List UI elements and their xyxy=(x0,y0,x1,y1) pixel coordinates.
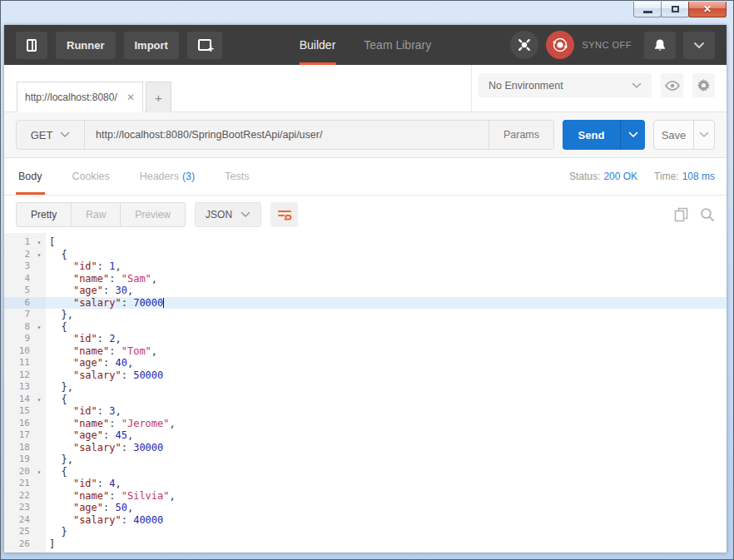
sync-button[interactable] xyxy=(546,31,574,59)
fold-arrow-icon[interactable]: ▾ xyxy=(32,466,46,478)
send-button[interactable]: Send xyxy=(563,120,620,150)
fold-gutter xyxy=(32,514,46,527)
fold-gutter xyxy=(32,357,46,369)
code-text: "name": "Sam", xyxy=(46,273,727,285)
tab-team-library[interactable]: Team Library xyxy=(364,25,431,65)
gear-icon xyxy=(697,78,711,92)
code-line: 1▾[ xyxy=(4,236,727,249)
code-line: 19 }, xyxy=(4,453,727,466)
fold-arrow-icon[interactable]: ▾ xyxy=(32,394,46,406)
view-pretty-button[interactable]: Pretty xyxy=(17,203,72,226)
code-line: 23 "age": 50, xyxy=(4,502,727,514)
request-tabbar: http://localhost:8080/ ✕ + No Environmen… xyxy=(4,65,727,112)
close-button[interactable]: ✕ xyxy=(688,2,727,17)
code-text: "age": 50, xyxy=(46,502,727,514)
sidebar-toggle-button[interactable] xyxy=(16,32,47,59)
code-text: "id": 4, xyxy=(46,478,727,490)
copy-icon[interactable] xyxy=(674,207,688,222)
line-number: 4 xyxy=(4,273,32,285)
save-button[interactable]: Save xyxy=(654,121,693,149)
line-number: 17 xyxy=(4,429,32,442)
send-options-button[interactable] xyxy=(620,120,645,150)
status-value: 200 OK xyxy=(603,171,637,182)
fold-arrow-icon[interactable]: ▾ xyxy=(32,236,46,249)
code-text: "salary": 50000 xyxy=(46,369,727,382)
line-number: 10 xyxy=(4,345,32,358)
minimize-icon xyxy=(643,11,652,13)
fold-arrow-icon[interactable]: ▾ xyxy=(32,321,46,334)
send-button-group: Send xyxy=(563,120,645,150)
code-line: 5 "age": 30, xyxy=(4,285,727,297)
code-line: 24 "salary": 40000 xyxy=(4,514,727,527)
view-preview-button[interactable]: Preview xyxy=(121,203,185,226)
request-tab[interactable]: http://localhost:8080/ ✕ xyxy=(17,82,143,112)
code-text: "salary": 40000 xyxy=(46,514,727,527)
code-line: 14▾ { xyxy=(4,394,727,406)
code-line: 7 }, xyxy=(4,309,727,321)
fold-gutter xyxy=(32,453,46,466)
code-text: { xyxy=(46,394,727,406)
request-tab-title: http://localhost:8080/ xyxy=(25,92,117,103)
minimize-button[interactable] xyxy=(633,2,662,17)
close-tab-icon[interactable]: ✕ xyxy=(126,92,135,103)
save-button-group: Save xyxy=(653,120,715,150)
code-text: "salary": 70000 xyxy=(46,297,727,310)
wrap-text-button[interactable] xyxy=(270,202,298,227)
interceptor-button[interactable] xyxy=(510,31,538,59)
fold-gutter xyxy=(32,526,46,538)
import-button[interactable]: Import xyxy=(124,32,179,59)
interceptor-icon xyxy=(516,37,533,53)
environment-value: No Environment xyxy=(489,80,563,92)
app-surface: Runner Import Builder Team Library xyxy=(4,25,727,553)
fold-arrow-icon[interactable]: ▾ xyxy=(32,249,46,261)
line-number: 13 xyxy=(4,381,32,394)
code-line: 16 "name": "Jerome", xyxy=(4,418,727,430)
code-text: "age": 45, xyxy=(46,429,727,442)
line-number: 21 xyxy=(4,478,32,490)
runner-button[interactable]: Runner xyxy=(56,32,116,59)
fold-gutter xyxy=(32,345,46,358)
method-select[interactable]: GET xyxy=(17,121,85,149)
view-raw-button[interactable]: Raw xyxy=(72,203,121,226)
language-select[interactable]: JSON xyxy=(195,202,261,227)
save-options-button[interactable] xyxy=(693,121,714,149)
maximize-icon xyxy=(672,6,679,12)
line-number: 23 xyxy=(4,502,32,514)
tab-cookies[interactable]: Cookies xyxy=(70,158,112,195)
code-line: 10 "name": "Tom", xyxy=(4,345,727,358)
environment-select[interactable]: No Environment xyxy=(479,73,652,97)
code-text: }, xyxy=(46,381,727,394)
code-text: "id": 3, xyxy=(46,405,727,418)
toolbar-more-button[interactable] xyxy=(683,32,715,59)
tab-body[interactable]: Body xyxy=(16,158,45,195)
params-button[interactable]: Params xyxy=(489,121,553,149)
tab-builder[interactable]: Builder xyxy=(300,25,336,65)
time-label: Time: xyxy=(654,171,679,182)
method-value: GET xyxy=(31,129,53,141)
response-body-editor[interactable]: 1▾[2▾ {3 "id": 1,4 "name": "Sam",5 "age"… xyxy=(4,233,727,553)
language-value: JSON xyxy=(206,209,232,221)
settings-button[interactable] xyxy=(692,73,715,97)
fold-gutter xyxy=(32,381,46,394)
tabbar-divider xyxy=(471,65,472,112)
fold-gutter xyxy=(32,260,46,273)
search-icon[interactable] xyxy=(700,207,715,222)
code-text: } xyxy=(46,526,727,538)
new-window-button[interactable] xyxy=(187,32,222,59)
line-number: 15 xyxy=(4,405,32,418)
window-titlebar[interactable]: ✕ xyxy=(1,1,733,25)
environment-preview-button[interactable] xyxy=(661,73,683,97)
fold-gutter xyxy=(32,273,46,285)
toolbar-tabs: Builder Team Library xyxy=(300,25,432,65)
tab-tests[interactable]: Tests xyxy=(222,158,251,195)
status-label: Status: xyxy=(569,171,600,182)
notifications-button[interactable] xyxy=(644,32,676,59)
new-tab-button[interactable]: + xyxy=(146,82,171,112)
main-toolbar: Runner Import Builder Team Library xyxy=(4,25,727,65)
time-value: 108 ms xyxy=(682,171,715,182)
url-input[interactable] xyxy=(85,121,489,149)
tab-headers[interactable]: Headers (3) xyxy=(137,158,198,195)
line-number: 22 xyxy=(4,490,32,503)
view-mode-group: Pretty Raw Preview xyxy=(16,202,186,227)
maximize-button[interactable] xyxy=(661,2,689,17)
